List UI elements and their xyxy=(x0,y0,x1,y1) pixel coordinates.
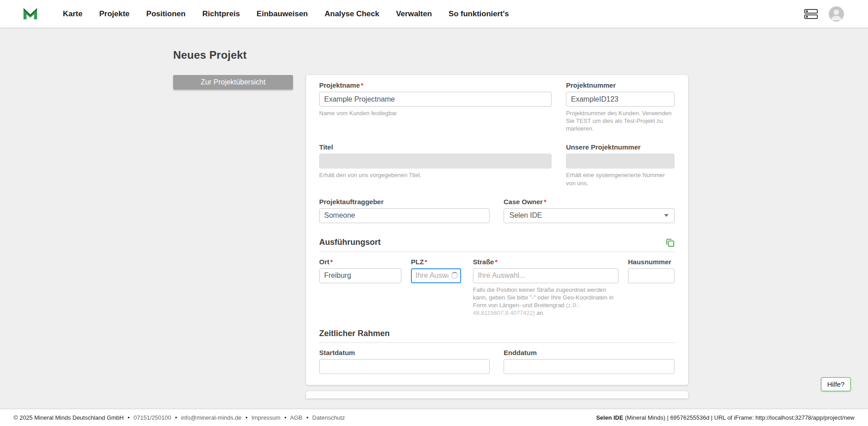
titel-input xyxy=(319,154,552,169)
titel-label: Titel xyxy=(319,143,552,151)
unsere-projektnummer-input xyxy=(566,154,675,169)
section-title-zeitlicher-rahmen: Zeitlicher Rahmen xyxy=(319,329,390,338)
nav-item-analyse-check[interactable]: Analyse Check xyxy=(325,9,379,19)
nav-item-karte[interactable]: Karte xyxy=(63,9,82,19)
nav-item-verwalten[interactable]: Verwalten xyxy=(396,9,432,19)
projektname-helper: Name vom Kunden festlegbar xyxy=(319,109,552,117)
footer-impressum-link[interactable]: Impressum xyxy=(251,414,280,421)
startdatum-label: Startdatum xyxy=(319,349,490,356)
footer-agb-link[interactable]: AGB xyxy=(290,414,302,421)
nav-item-so-funktionierts[interactable]: So funktioniert's xyxy=(448,9,509,19)
field-projektauftraggeber: Projektauftraggeber xyxy=(319,198,490,223)
strasse-input[interactable] xyxy=(473,268,618,283)
required-asterisk: * xyxy=(544,198,547,206)
field-ort: Ort* xyxy=(319,258,401,317)
help-button[interactable]: Hilfe? xyxy=(821,377,851,391)
nav-item-projekte[interactable]: Projekte xyxy=(99,9,129,19)
zur-projektuebersicht-button[interactable]: Zur Projektübersicht xyxy=(173,75,293,89)
footer-session-text: (Mineral Minds) | 69576255536d | URL of … xyxy=(623,414,854,421)
main-navigation: Karte Projekte Positionen Richtpreis Ein… xyxy=(63,9,526,19)
copy-icon xyxy=(665,238,675,248)
footer-phone-link[interactable]: 07151/250100 xyxy=(134,414,171,421)
nav-item-positionen[interactable]: Positionen xyxy=(146,9,186,19)
page-body: Neues Projekt Zur Projektübersicht Proje… xyxy=(0,28,868,398)
hausnummer-label: Hausnummer xyxy=(628,258,675,266)
section-divider xyxy=(319,342,675,343)
projektnummer-input[interactable] xyxy=(566,92,675,107)
section-title-ausfuehrungsort: Ausführungsort xyxy=(319,238,381,247)
plz-label: PLZ* xyxy=(411,258,461,266)
ort-label: Ort* xyxy=(319,258,401,266)
field-enddatum: Enddatum xyxy=(504,349,675,374)
server-icon[interactable] xyxy=(804,9,818,19)
required-asterisk: * xyxy=(330,258,333,266)
user-avatar[interactable] xyxy=(829,6,844,22)
field-unsere-projektnummer: Unsere Projektnummer Erhält eine systemg… xyxy=(566,143,675,187)
startdatum-input[interactable] xyxy=(319,359,490,374)
hausnummer-input[interactable] xyxy=(628,268,675,283)
case-owner-selected-value: Selen IDE xyxy=(509,211,542,220)
case-owner-select[interactable]: Selen IDE xyxy=(504,208,675,223)
enddatum-label: Enddatum xyxy=(504,349,675,356)
section-divider xyxy=(319,252,675,252)
field-hausnummer: Hausnummer xyxy=(628,258,675,317)
footer-username: Selen IDE xyxy=(596,414,623,421)
copy-location-button[interactable] xyxy=(665,238,675,248)
ort-input[interactable] xyxy=(319,268,401,283)
footer-datenschutz-link[interactable]: Datenschutz xyxy=(312,414,345,421)
unsere-projektnummer-helper: Erhält eine systemgenerierte Nummer von … xyxy=(566,171,675,187)
next-card-top-edge xyxy=(306,391,688,398)
page-title: Neues Projekt xyxy=(173,49,868,61)
projektname-label: Projektname* xyxy=(319,81,552,89)
field-projektname: Projektname* Name vom Kunden festlegbar xyxy=(319,81,552,132)
footer-bar: © 2025 Mineral Minds Deutschland GmbH • … xyxy=(0,409,868,426)
projektname-input[interactable] xyxy=(319,92,552,107)
mineral-minds-logo-icon[interactable] xyxy=(21,5,39,23)
required-asterisk: * xyxy=(495,258,498,266)
nav-item-einbauweisen[interactable]: Einbauweisen xyxy=(257,9,308,19)
footer-session-info: Selen IDE (Mineral Minds) | 69576255536d… xyxy=(596,414,854,421)
field-titel: Titel Erhält den von uns vorgegebenen Ti… xyxy=(319,143,552,187)
top-navbar: Karte Projekte Positionen Richtpreis Ein… xyxy=(0,0,868,28)
field-plz: PLZ* xyxy=(411,258,461,317)
footer-links: © 2025 Mineral Minds Deutschland GmbH • … xyxy=(14,414,345,421)
field-startdatum: Startdatum xyxy=(319,349,490,374)
required-asterisk: * xyxy=(425,258,427,266)
strasse-label: Straße* xyxy=(473,258,618,266)
projektnummer-helper: Projektnummer des Kunden. Verwenden Sie … xyxy=(566,109,675,132)
projektauftraggeber-label: Projektauftraggeber xyxy=(319,198,490,206)
field-projektnummer: Projektnummer Projektnummer des Kunden. … xyxy=(566,81,675,132)
enddatum-input[interactable] xyxy=(504,359,675,374)
strasse-helper: Falls die Position keiner Straße zugeord… xyxy=(473,286,618,317)
new-project-form-card: Projektname* Name vom Kunden festlegbar … xyxy=(306,75,688,385)
projektnummer-label: Projektnummer xyxy=(566,81,675,89)
case-owner-label: Case Owner* xyxy=(504,198,675,206)
titel-helper: Erhält den von uns vorgegebenen Titel. xyxy=(319,171,552,179)
footer-email-link[interactable]: info@mineral-minds.de xyxy=(181,414,241,421)
projektauftraggeber-input[interactable] xyxy=(319,208,490,223)
chevron-down-icon xyxy=(664,214,669,217)
required-asterisk: * xyxy=(361,81,363,89)
nav-item-richtpreis[interactable]: Richtpreis xyxy=(202,9,240,19)
copyright-text: © 2025 Mineral Minds Deutschland GmbH xyxy=(14,414,124,421)
field-case-owner: Case Owner* Selen IDE xyxy=(504,198,675,223)
field-strasse: Straße* Falls die Position keiner Straße… xyxy=(473,258,618,317)
unsere-projektnummer-label: Unsere Projektnummer xyxy=(566,143,675,151)
